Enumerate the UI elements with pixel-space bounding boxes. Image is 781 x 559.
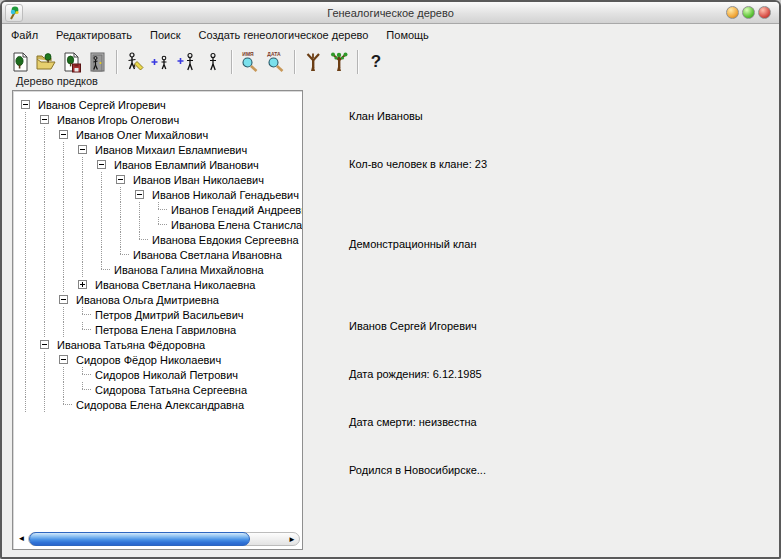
scroll-left-button[interactable]: ◄ xyxy=(15,531,28,547)
tree-view: Иванов Сергей ИгоревичИванов Игорь Олего… xyxy=(13,97,302,412)
search-date-label: ДАТА xyxy=(267,51,281,57)
tree-row[interactable]: Иванов Генадий Андреевич xyxy=(13,202,302,217)
expander-box[interactable] xyxy=(116,175,125,184)
toolbar-person-button[interactable] xyxy=(200,48,226,76)
tree-guide-line xyxy=(17,187,36,202)
tree-item-label: Сидорова Елена Александравна xyxy=(74,399,244,411)
toolbar-search-by-name-button[interactable]: ИМЯ xyxy=(237,48,263,76)
tree-row[interactable]: Сидорова Елена Александравна xyxy=(13,397,302,412)
expander-box[interactable] xyxy=(59,295,68,304)
tree-row[interactable]: Иванова Галина Михайловна xyxy=(13,262,302,277)
scrollbar-track[interactable]: ► xyxy=(28,532,300,546)
collapse-icon[interactable] xyxy=(36,337,55,352)
tree-row[interactable]: Иванова Татьяна Фёдоровна xyxy=(13,337,302,352)
tree-guide-line xyxy=(55,217,74,232)
expander-box[interactable] xyxy=(97,160,106,169)
titlebar[interactable]: Генеалогическое дерево xyxy=(2,2,779,24)
scroll-right-button[interactable]: ► xyxy=(288,536,296,544)
tree-guide-line xyxy=(93,187,112,202)
tree-guide-line xyxy=(93,172,112,187)
minimize-button[interactable] xyxy=(726,6,739,19)
toolbar-edit-person-button[interactable] xyxy=(122,48,148,76)
expander-box[interactable] xyxy=(78,280,87,289)
toolbar-help-button[interactable]: ? xyxy=(363,48,389,76)
collapse-icon[interactable] xyxy=(55,292,74,307)
toolbar-search-by-date-button[interactable]: ДАТА xyxy=(263,48,289,76)
expander-box[interactable] xyxy=(59,355,68,364)
toolbar-green-tree-button[interactable] xyxy=(326,48,352,76)
tree-guide-line xyxy=(17,352,36,367)
close-button[interactable] xyxy=(758,6,771,19)
tree-row[interactable]: Сидоров Николай Петрович xyxy=(13,367,302,382)
maximize-button[interactable] xyxy=(742,6,755,19)
horizontal-scrollbar[interactable]: ◄ ► xyxy=(15,531,300,547)
collapse-icon[interactable] xyxy=(55,352,74,367)
search-by-name-icon: ИМЯ xyxy=(239,51,261,73)
tree-guide-line xyxy=(17,397,36,412)
expander-box[interactable] xyxy=(40,340,49,349)
menu-create-tree[interactable]: Создать генеологическое дерево xyxy=(190,27,378,43)
toolbar-exit-button[interactable] xyxy=(85,48,111,76)
toolbar-add-person-alt-button[interactable] xyxy=(174,48,200,76)
expander-box[interactable] xyxy=(40,115,49,124)
menu-edit[interactable]: Редактировать xyxy=(47,27,141,43)
toolbar-save-button[interactable] xyxy=(59,48,85,76)
tree-row[interactable]: Иванова Елена Станиславовна xyxy=(13,217,302,232)
person-name: Иванов Сергей Игоревич xyxy=(349,318,486,334)
collapse-icon[interactable] xyxy=(74,142,93,157)
tree-leaf-connector xyxy=(74,367,93,382)
ancestor-tree-view[interactable]: Иванов Сергей ИгоревичИванов Игорь Олего… xyxy=(12,90,303,550)
expander-box[interactable] xyxy=(59,130,68,139)
tree-row[interactable]: Иванов Иван Николаевич xyxy=(13,172,302,187)
toolbar-add-person-button[interactable] xyxy=(148,48,174,76)
tree-row[interactable]: Сидоров Фёдор Николаевич xyxy=(13,352,302,367)
tree-row[interactable]: Петрова Елена Гавриловна xyxy=(13,322,302,337)
collapse-icon[interactable] xyxy=(36,112,55,127)
collapse-icon[interactable] xyxy=(17,97,36,112)
collapse-icon[interactable] xyxy=(112,172,131,187)
expander-box[interactable] xyxy=(78,145,87,154)
menu-search[interactable]: Поиск xyxy=(141,27,189,43)
tree-row[interactable]: Иванова Светлана Николаевна xyxy=(13,277,302,292)
tree-row[interactable]: Иванов Михаил Евлампиевич xyxy=(13,142,302,157)
tree-guide-line xyxy=(17,157,36,172)
tree-row[interactable]: Иванова Ольга Дмитриевна xyxy=(13,292,302,307)
collapse-icon[interactable] xyxy=(131,187,150,202)
tree-guide-line xyxy=(17,172,36,187)
tree-guide-line xyxy=(74,217,93,232)
toolbar-bare-tree-button[interactable] xyxy=(300,48,326,76)
tree-item-label: Сидоров Фёдор Николаевич xyxy=(74,354,221,366)
application-window: Генеалогическое дерево Файл Редактироват… xyxy=(0,0,781,559)
tree-row[interactable]: Иванов Игорь Олегович xyxy=(13,112,302,127)
tree-guide-line xyxy=(55,232,74,247)
person-death-date: Дата смерти: неизвестна xyxy=(349,414,486,430)
tree-guide-line xyxy=(36,397,55,412)
tree-row[interactable]: Иванов Олег Михайлович xyxy=(13,127,302,142)
tree-row[interactable]: Сидорова Татьяна Сергеевна xyxy=(13,382,302,397)
tree-leaf-connector xyxy=(74,322,93,337)
tree-row[interactable]: Иванова Евдокия Сергеевна xyxy=(13,232,302,247)
expander-box[interactable] xyxy=(21,100,30,109)
scrollbar-thumb[interactable] xyxy=(29,532,250,546)
tree-row[interactable]: Иванов Николай Генадьевич xyxy=(13,187,302,202)
tree-row[interactable]: Иванова Светлана Ивановна xyxy=(13,247,302,262)
menu-file[interactable]: Файл xyxy=(2,27,47,43)
tree-row[interactable]: Петров Дмитрий Васильевич xyxy=(13,307,302,322)
expand-icon[interactable] xyxy=(74,277,93,292)
tree-item-label: Иванов Олег Михайлович xyxy=(74,129,208,141)
expander-box[interactable] xyxy=(135,190,144,199)
tree-item-label: Иванов Игорь Олегович xyxy=(55,114,179,126)
collapse-icon[interactable] xyxy=(93,157,112,172)
tree-row[interactable]: Иванов Евлампий Иванович xyxy=(13,157,302,172)
tree-guide-line xyxy=(55,187,74,202)
tree-item-label: Иванова Светлана Николаевна xyxy=(93,279,255,291)
tree-guide-line xyxy=(17,322,36,337)
toolbar-new-button[interactable] xyxy=(7,48,33,76)
tree-guide-line xyxy=(36,217,55,232)
toolbar-open-button[interactable] xyxy=(33,48,59,76)
tree-row[interactable]: Иванов Сергей Игоревич xyxy=(13,97,302,112)
tree-guide-line xyxy=(36,142,55,157)
collapse-icon[interactable] xyxy=(55,127,74,142)
menu-help[interactable]: Помощь xyxy=(377,27,438,43)
menubar: Файл Редактировать Поиск Создать генеоло… xyxy=(2,25,779,45)
